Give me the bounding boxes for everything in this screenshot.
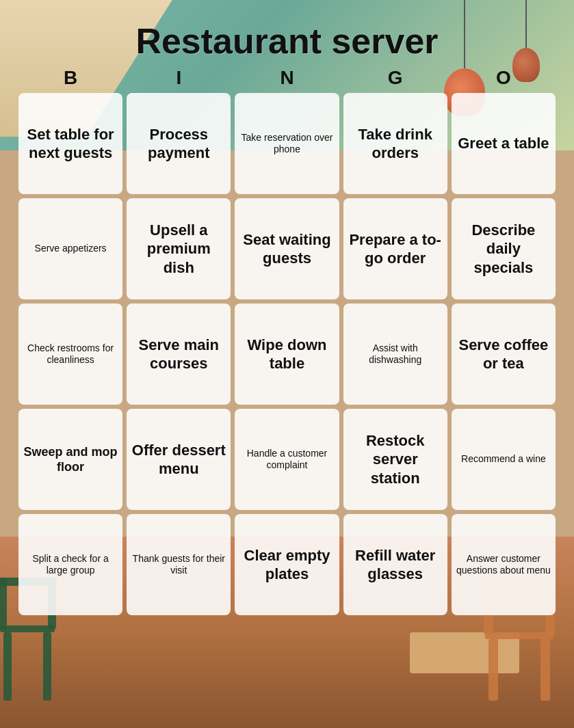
bingo-letter-n: N bbox=[235, 67, 339, 89]
bingo-cell-0[interactable]: Set table for next guests bbox=[18, 93, 122, 194]
cell-text-0: Set table for next guests bbox=[23, 125, 118, 163]
bingo-cell-21[interactable]: Thank guests for their visit bbox=[127, 514, 231, 615]
cell-text-12: Wipe down table bbox=[239, 336, 335, 373]
bingo-cell-23[interactable]: Refill water glasses bbox=[343, 514, 447, 615]
bingo-cell-22[interactable]: Clear empty plates bbox=[235, 514, 339, 615]
bingo-letter-g: G bbox=[343, 67, 447, 89]
bingo-cell-15[interactable]: Sweep and mop floor bbox=[18, 409, 122, 510]
bingo-cell-5[interactable]: Serve appetizers bbox=[18, 198, 122, 299]
bingo-letter-i: I bbox=[127, 67, 231, 89]
bingo-cell-20[interactable]: Split a check for a large group bbox=[18, 514, 122, 615]
bingo-letter-o: O bbox=[452, 67, 556, 89]
bingo-cell-16[interactable]: Offer dessert menu bbox=[127, 409, 231, 510]
main-content: Restaurant server BINGO Set table for ne… bbox=[0, 0, 574, 629]
bingo-letter-b: B bbox=[18, 67, 122, 89]
bingo-cell-2[interactable]: Take reservation over phone bbox=[235, 93, 339, 194]
svg-rect-7 bbox=[488, 639, 498, 701]
page-title: Restaurant server bbox=[17, 14, 557, 62]
bingo-cell-3[interactable]: Take drink orders bbox=[343, 93, 447, 194]
svg-rect-2 bbox=[43, 632, 51, 701]
cell-text-8: Prepare a to-go order bbox=[348, 230, 443, 268]
cell-text-22: Clear empty plates bbox=[239, 546, 335, 584]
cell-text-1: Process payment bbox=[131, 125, 226, 163]
cell-text-10: Check restrooms for cleanliness bbox=[23, 342, 118, 366]
svg-rect-8 bbox=[540, 639, 550, 701]
bingo-cell-12[interactable]: Wipe down table bbox=[235, 304, 339, 405]
cell-text-21: Thank guests for their visit bbox=[131, 553, 226, 577]
cell-text-9: Describe daily specials bbox=[456, 221, 551, 278]
cell-text-16: Offer dessert menu bbox=[131, 441, 226, 478]
cell-text-14: Serve coffee or tea bbox=[456, 336, 551, 373]
bingo-header: BINGO bbox=[17, 67, 557, 89]
bingo-cell-1[interactable]: Process payment bbox=[127, 93, 231, 194]
svg-rect-1 bbox=[3, 632, 12, 701]
cell-text-15: Sweep and mop floor bbox=[23, 444, 118, 475]
bingo-cell-17[interactable]: Handle a customer complaint bbox=[235, 409, 339, 510]
cell-text-6: Upsell a premium dish bbox=[131, 221, 226, 278]
bingo-cell-11[interactable]: Serve main courses bbox=[127, 304, 231, 405]
cell-text-20: Split a check for a large group bbox=[23, 553, 118, 577]
cell-text-19: Recommend a wine bbox=[461, 453, 546, 466]
cell-text-5: Serve appetizers bbox=[35, 243, 107, 255]
cell-text-17: Handle a customer complaint bbox=[239, 448, 335, 472]
cell-text-7: Seat waiting guests bbox=[239, 230, 335, 268]
cell-text-11: Serve main courses bbox=[131, 336, 226, 373]
cell-text-3: Take drink orders bbox=[348, 125, 443, 163]
bingo-cell-18[interactable]: Restock server station bbox=[343, 409, 447, 510]
cell-text-2: Take reservation over phone bbox=[239, 132, 335, 156]
cell-text-23: Refill water glasses bbox=[348, 546, 443, 584]
bingo-cell-4[interactable]: Greet a table bbox=[452, 93, 556, 194]
bingo-cell-7[interactable]: Seat waiting guests bbox=[235, 198, 339, 299]
bingo-cell-19[interactable]: Recommend a wine bbox=[452, 409, 556, 510]
cell-text-4: Greet a table bbox=[458, 134, 549, 153]
cell-text-24: Answer customer questions about menu bbox=[456, 553, 551, 577]
bingo-cell-24[interactable]: Answer customer questions about menu bbox=[452, 514, 556, 615]
cell-text-13: Assist with dishwashing bbox=[348, 342, 443, 366]
bingo-grid: Set table for next guestsProcess payment… bbox=[17, 93, 557, 615]
bingo-cell-6[interactable]: Upsell a premium dish bbox=[127, 198, 231, 299]
bingo-cell-13[interactable]: Assist with dishwashing bbox=[343, 304, 447, 405]
svg-rect-6 bbox=[485, 632, 553, 639]
bingo-cell-14[interactable]: Serve coffee or tea bbox=[452, 304, 556, 405]
bingo-cell-8[interactable]: Prepare a to-go order bbox=[343, 198, 447, 299]
cell-text-18: Restock server station bbox=[348, 431, 443, 488]
bingo-cell-9[interactable]: Describe daily specials bbox=[452, 198, 556, 299]
bingo-cell-10[interactable]: Check restrooms for cleanliness bbox=[18, 304, 122, 405]
